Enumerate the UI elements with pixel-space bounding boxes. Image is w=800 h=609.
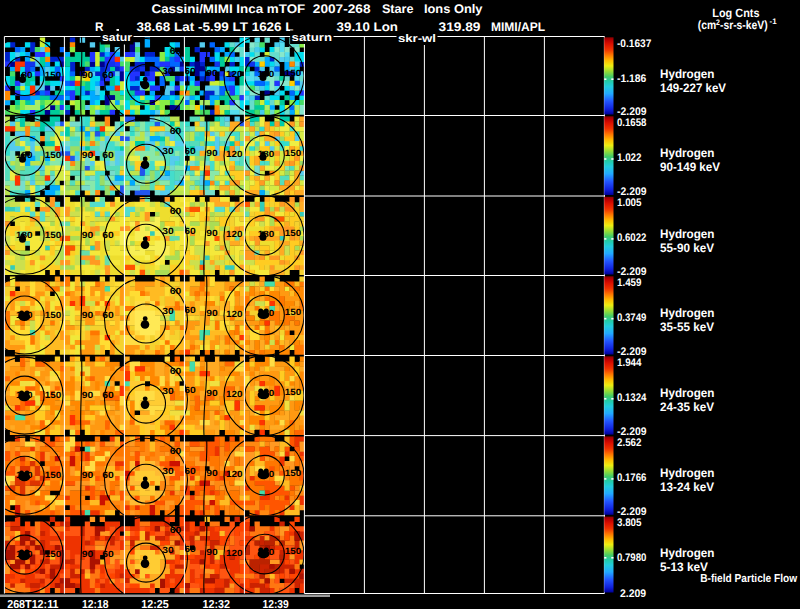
svg-text:120: 120 bbox=[226, 389, 243, 399]
svg-text:12:25: 12:25 bbox=[141, 599, 169, 609]
svg-text:90: 90 bbox=[82, 470, 94, 480]
svg-text:60: 60 bbox=[184, 544, 196, 554]
svg-text:120: 120 bbox=[226, 548, 243, 558]
svg-text:90: 90 bbox=[206, 308, 218, 318]
svg-text:24-35 keV: 24-35 keV bbox=[660, 400, 715, 414]
svg-text:60: 60 bbox=[102, 390, 114, 400]
svg-text:60: 60 bbox=[102, 230, 114, 240]
svg-text:150: 150 bbox=[45, 390, 62, 400]
svg-text:60: 60 bbox=[170, 286, 182, 296]
svg-text:Ions Only: Ions Only bbox=[424, 2, 483, 16]
svg-text:60: 60 bbox=[102, 70, 114, 80]
svg-text:30: 30 bbox=[162, 66, 174, 76]
svg-text:120: 120 bbox=[226, 229, 243, 239]
svg-text:60: 60 bbox=[102, 150, 114, 160]
svg-text:90: 90 bbox=[206, 148, 218, 158]
svg-text:60: 60 bbox=[170, 206, 182, 216]
svg-text:Hydrogen: Hydrogen bbox=[660, 386, 715, 400]
svg-text:39.10 Lon: 39.10 Lon bbox=[337, 20, 398, 34]
svg-text:60: 60 bbox=[170, 46, 182, 56]
svg-text:saturn: saturn bbox=[292, 32, 333, 44]
svg-text:60: 60 bbox=[184, 385, 196, 395]
svg-text:150: 150 bbox=[285, 468, 302, 478]
svg-text:30: 30 bbox=[162, 226, 174, 236]
svg-text:120: 120 bbox=[226, 69, 243, 79]
svg-text:90: 90 bbox=[206, 388, 218, 398]
svg-text:150: 150 bbox=[45, 230, 62, 240]
svg-text:-1: -1 bbox=[770, 17, 778, 26]
svg-text:90: 90 bbox=[206, 547, 218, 557]
svg-text:Cassini/MIMI Inca mTOF: Cassini/MIMI Inca mTOF bbox=[152, 2, 306, 16]
svg-text:319.89: 319.89 bbox=[439, 20, 481, 34]
svg-text:150: 150 bbox=[285, 387, 302, 397]
svg-text:30: 30 bbox=[162, 386, 174, 396]
svg-text:12:32: 12:32 bbox=[203, 599, 231, 609]
svg-text:38.68 Lat -5.99 LT 1626 L: 38.68 Lat -5.99 LT 1626 L bbox=[137, 20, 294, 34]
svg-text:60: 60 bbox=[102, 549, 114, 559]
svg-text:1.022: 1.022 bbox=[617, 152, 642, 164]
svg-text:60: 60 bbox=[170, 126, 182, 136]
svg-text:0.6022: 0.6022 bbox=[617, 232, 646, 244]
svg-text:1.459: 1.459 bbox=[617, 277, 642, 289]
svg-text:60: 60 bbox=[102, 470, 114, 480]
svg-text:60: 60 bbox=[170, 525, 182, 535]
svg-text:satur: satur bbox=[102, 32, 133, 44]
svg-text:30: 30 bbox=[162, 466, 174, 476]
svg-text:2.562: 2.562 bbox=[617, 437, 642, 449]
svg-text:35-55 keV: 35-55 keV bbox=[660, 320, 715, 334]
svg-text:0.1766: 0.1766 bbox=[617, 472, 646, 484]
svg-text:Hydrogen: Hydrogen bbox=[660, 466, 715, 480]
svg-text:Hydrogen: Hydrogen bbox=[660, 67, 715, 81]
svg-text:60: 60 bbox=[184, 305, 196, 315]
svg-text:150: 150 bbox=[45, 70, 62, 80]
svg-text:90: 90 bbox=[206, 228, 218, 238]
svg-text:30: 30 bbox=[162, 146, 174, 156]
svg-text:2.209: 2.209 bbox=[620, 588, 646, 600]
svg-text:Hydrogen: Hydrogen bbox=[660, 306, 715, 320]
svg-text:90: 90 bbox=[206, 68, 218, 78]
svg-text:0.1324: 0.1324 bbox=[617, 392, 647, 404]
svg-text:13-24 keV: 13-24 keV bbox=[660, 480, 715, 494]
svg-text:150: 150 bbox=[45, 310, 62, 320]
svg-text:55-90 keV: 55-90 keV bbox=[660, 241, 715, 255]
svg-text:150: 150 bbox=[285, 228, 302, 238]
svg-text:60: 60 bbox=[184, 466, 196, 476]
svg-text:0.3749: 0.3749 bbox=[617, 312, 646, 324]
svg-text:150: 150 bbox=[45, 549, 62, 559]
svg-text:-1.186: -1.186 bbox=[617, 73, 646, 85]
svg-text:60: 60 bbox=[184, 66, 196, 76]
svg-text:90: 90 bbox=[82, 150, 94, 160]
svg-text:-0.1637: -0.1637 bbox=[617, 38, 651, 50]
svg-text:150: 150 bbox=[45, 150, 62, 160]
svg-text:268T12:11: 268T12:11 bbox=[7, 599, 59, 609]
svg-text:30: 30 bbox=[162, 545, 174, 555]
svg-text:skr-wl: skr-wl bbox=[398, 33, 436, 45]
svg-text:120: 120 bbox=[226, 309, 243, 319]
svg-text:90: 90 bbox=[82, 70, 94, 80]
svg-text:90: 90 bbox=[82, 230, 94, 240]
svg-text:149-227 keV: 149-227 keV bbox=[660, 81, 727, 95]
svg-text:120: 120 bbox=[226, 149, 243, 159]
svg-text:90: 90 bbox=[206, 468, 218, 478]
svg-text:60: 60 bbox=[184, 226, 196, 236]
svg-text:0.7980: 0.7980 bbox=[617, 552, 646, 564]
svg-text:150: 150 bbox=[285, 546, 302, 556]
svg-text:12:18: 12:18 bbox=[82, 599, 109, 609]
svg-text:90: 90 bbox=[82, 549, 94, 559]
svg-text:60: 60 bbox=[102, 310, 114, 320]
svg-text:Stare: Stare bbox=[382, 2, 414, 16]
svg-text:12:39: 12:39 bbox=[263, 599, 289, 609]
svg-text:Hydrogen: Hydrogen bbox=[660, 546, 715, 560]
svg-text:120: 120 bbox=[226, 469, 243, 479]
svg-text:30: 30 bbox=[162, 306, 174, 316]
svg-text:90-149 keV: 90-149 keV bbox=[660, 160, 721, 174]
svg-text:150: 150 bbox=[285, 307, 302, 317]
svg-text:90: 90 bbox=[82, 390, 94, 400]
svg-text:60: 60 bbox=[184, 146, 196, 156]
svg-text:0.1658: 0.1658 bbox=[617, 117, 646, 129]
svg-text:Hydrogen: Hydrogen bbox=[660, 227, 715, 241]
svg-text:60: 60 bbox=[170, 446, 182, 456]
svg-text:1.005: 1.005 bbox=[617, 197, 642, 209]
svg-text:60: 60 bbox=[170, 366, 182, 376]
svg-text:MIMI/APL: MIMI/APL bbox=[491, 20, 545, 34]
